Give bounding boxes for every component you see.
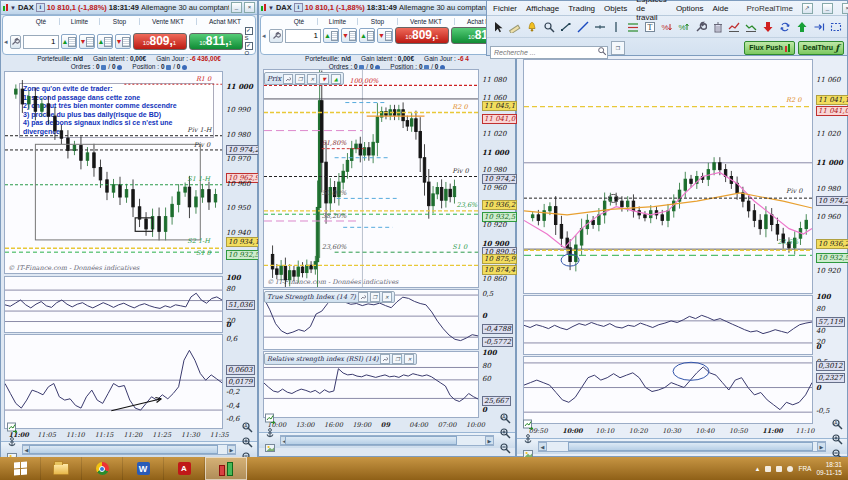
- buy-market-button[interactable]: 10811,1: [189, 33, 243, 50]
- trendline-icon[interactable]: [575, 19, 590, 34]
- time-axis-right[interactable]: 09:5010:0010:1010:2010:3010:4010:5011:00…: [523, 426, 813, 436]
- sell-limit-order-button[interactable]: ▼: [341, 28, 357, 43]
- zoom-out-icon[interactable]: [497, 441, 512, 456]
- scrollbar-thumb[interactable]: [568, 442, 813, 451]
- sell-limit-order-button[interactable]: ▼: [79, 34, 95, 49]
- taskbar-explorer[interactable]: [41, 457, 82, 480]
- buy-stop-order-button[interactable]: ▲: [97, 34, 113, 49]
- minimize-button[interactable]: _: [231, 2, 242, 13]
- window-icon[interactable]: ❐: [295, 74, 305, 84]
- order-settings-button[interactable]: [10, 35, 21, 49]
- zoom-in-icon[interactable]: [497, 426, 512, 441]
- short-position-icon[interactable]: %: [660, 19, 675, 34]
- time-axis-left[interactable]: 11:0011:0511:1011:1511:2011:2511:3011:35: [4, 430, 223, 440]
- search-icon[interactable]: [597, 42, 607, 60]
- buy-arrow-icon[interactable]: ▲: [331, 74, 341, 84]
- start-button[interactable]: [0, 457, 41, 480]
- price-chart-right[interactable]: R2 0Piv 023,6%: [523, 59, 813, 294]
- zoom-magnifier-icon[interactable]: [542, 19, 557, 34]
- price-chart-left[interactable]: Zone qu'on évite de trader: 1) second pa…: [4, 71, 223, 274]
- menu-affichage[interactable]: Affichage: [526, 4, 559, 13]
- trash-icon[interactable]: [710, 19, 725, 34]
- sell-arrow-icon[interactable]: [761, 19, 776, 34]
- ruler-icon[interactable]: [508, 19, 523, 34]
- taskbar-acrobat[interactable]: A: [164, 457, 205, 480]
- dealthru-button[interactable]: DealThru ƒ: [798, 41, 844, 55]
- sell-market-button[interactable]: 10809,1: [133, 33, 187, 50]
- tools-icon[interactable]: [693, 19, 708, 34]
- info-icon[interactable]: i: [36, 3, 45, 12]
- tray-expander[interactable]: ▲: [755, 466, 761, 472]
- chart-green-icon[interactable]: [744, 19, 759, 34]
- alarm-bell-icon[interactable]: [525, 19, 540, 34]
- long-position-icon[interactable]: %: [676, 19, 691, 34]
- panel-expander[interactable]: ◂: [4, 38, 8, 46]
- taskbar-chrome[interactable]: [82, 457, 123, 480]
- language-indicator[interactable]: FRA: [798, 465, 811, 472]
- tray-icon-1[interactable]: [765, 466, 771, 472]
- zoom-auto-icon[interactable]: A: [829, 417, 844, 432]
- tsi-panel-right[interactable]: [523, 356, 813, 424]
- tray-icon-3[interactable]: [787, 466, 793, 472]
- sell-arrow-icon[interactable]: ▼: [319, 74, 329, 84]
- window-titlebar[interactable]: ▼ DAX i 10 810,1 (-1,88%) 18:31:49 Allem…: [1, 1, 257, 15]
- buy-arrow-icon[interactable]: [794, 19, 809, 34]
- menu-aide[interactable]: Aide: [712, 4, 728, 13]
- small-segment-icon[interactable]: [558, 19, 573, 34]
- wrench-icon[interactable]: [358, 292, 368, 302]
- quantity-input[interactable]: [285, 29, 321, 43]
- instrument-dropdown-caret[interactable]: ▼: [10, 5, 16, 11]
- panel-expander[interactable]: ◂: [262, 32, 267, 40]
- zoom-in-icon[interactable]: [829, 432, 844, 447]
- rect-zone-icon[interactable]: [828, 19, 843, 34]
- reverse-loop-icon[interactable]: [778, 19, 793, 34]
- buy-limit-order-button[interactable]: ▲: [61, 34, 77, 49]
- chart-export-icon[interactable]: [520, 417, 535, 432]
- rsi-panel-right[interactable]: [523, 295, 813, 355]
- buy-limit-order-button[interactable]: ▲: [323, 28, 339, 43]
- info-icon[interactable]: i: [294, 3, 303, 12]
- transfer-arrow-icon[interactable]: [811, 19, 826, 34]
- zoom-auto-icon[interactable]: A: [497, 411, 512, 426]
- scrollbar-thumb[interactable]: [285, 436, 457, 445]
- close-icon[interactable]: ✕: [307, 74, 317, 84]
- order-settings-button[interactable]: [269, 29, 283, 43]
- taskbar-prorealtime[interactable]: [205, 457, 247, 480]
- zoom-in-icon[interactable]: [239, 435, 254, 450]
- scrollbar-thumb[interactable]: [29, 445, 218, 454]
- wrench-icon[interactable]: [380, 354, 390, 364]
- wrench-icon[interactable]: [283, 74, 293, 84]
- vertical-segment-icon[interactable]: [609, 19, 624, 34]
- menu-objets[interactable]: Objets: [604, 4, 627, 13]
- stop-checkbox[interactable]: ✓: [245, 27, 253, 35]
- taskbar-word[interactable]: W: [123, 457, 164, 480]
- flux-push-button[interactable]: Flux Push: [744, 41, 794, 55]
- search-input[interactable]: [490, 46, 608, 59]
- period-anchor-icon[interactable]: [4, 435, 19, 450]
- close-button[interactable]: ×: [842, 3, 848, 14]
- chart-h-scrollbar[interactable]: ◀▶: [22, 444, 236, 455]
- chart-export-icon[interactable]: [262, 411, 277, 426]
- chart-h-scrollbar[interactable]: ◀▶: [280, 435, 494, 446]
- clock[interactable]: 18:3109-11-15: [816, 461, 842, 476]
- chart-h-scrollbar[interactable]: ◀▶: [538, 441, 826, 452]
- quantity-input[interactable]: [23, 35, 59, 49]
- buy-stop-order-button[interactable]: ▲: [359, 28, 375, 43]
- window-titlebar[interactable]: ▼ DAX i 10 810,1 (-1,88%) 18:31:49 Allem…: [259, 1, 515, 15]
- menu-options[interactable]: Options: [676, 4, 704, 13]
- fibonacci-levels-icon[interactable]: [626, 19, 641, 34]
- text-note-icon[interactable]: T: [643, 19, 658, 34]
- screenshot-note-icon[interactable]: [262, 441, 277, 456]
- tray-icon-2[interactable]: [776, 466, 782, 472]
- menu-fichier[interactable]: Fichier: [493, 4, 517, 13]
- window-icon[interactable]: ❐: [370, 292, 380, 302]
- period-anchor-icon[interactable]: [520, 432, 535, 447]
- time-axis-middle[interactable]: 10:0013:0016:0019:000904:0007:0010:00: [263, 420, 479, 430]
- detach-button[interactable]: ↗: [802, 3, 813, 14]
- chart-red-icon[interactable]: [727, 19, 742, 34]
- sell-stop-order-button[interactable]: ▼: [115, 34, 131, 49]
- price-axis-left[interactable]: 11 00010 99010 98010 974,210 97010 962,9…: [224, 71, 257, 274]
- period-anchor-icon[interactable]: [262, 426, 277, 441]
- oco-checkbox[interactable]: ✓: [245, 42, 253, 50]
- sell-stop-order-button[interactable]: ▼: [377, 28, 393, 43]
